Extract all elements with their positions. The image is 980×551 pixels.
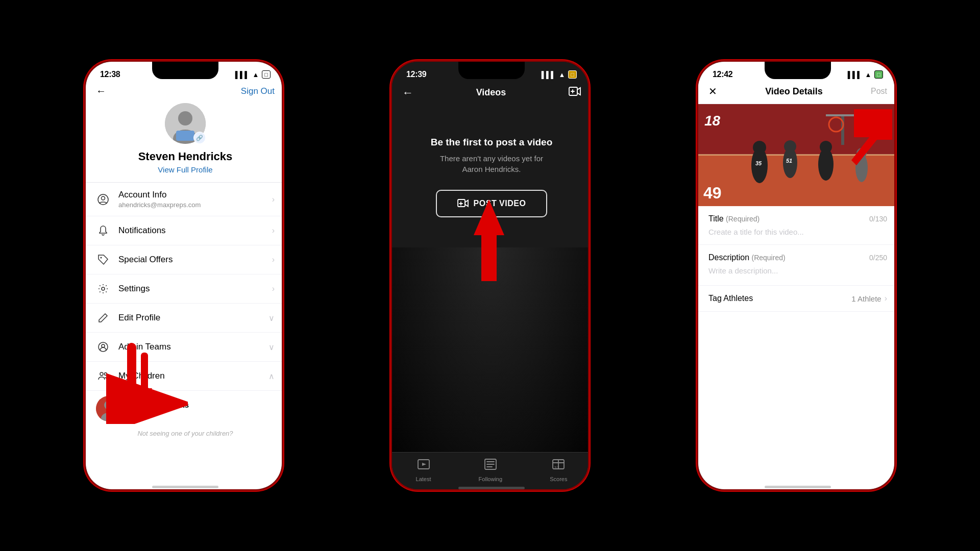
description-label-wrap: Description (Required) <box>708 253 786 262</box>
p2-background-field <box>392 247 590 462</box>
chevron-up-icon: ∧ <box>268 371 275 381</box>
home-indicator-2 <box>458 487 525 489</box>
status-time-1: 12:38 <box>100 70 120 79</box>
chevron-right-icon: › <box>272 284 275 293</box>
person-circle-icon <box>96 192 110 207</box>
p2-nav-latest[interactable]: Latest <box>416 458 431 482</box>
tag-athletes-count: 1 Athlete <box>851 294 881 303</box>
profile-section: 🔗 Steven Hendricks View Full Profile <box>86 103 283 182</box>
p3-nav: ✕ Video Details Post <box>698 81 896 104</box>
scores-label: Scores <box>550 476 567 482</box>
chevron-right-icon: › <box>885 294 887 303</box>
post-video-label: POST VIDEO <box>474 199 526 208</box>
not-seeing-label: Not seeing one of your children? <box>96 425 275 441</box>
wifi-icon: ▲ <box>865 71 871 79</box>
title-label-wrap: Title (Required) <box>708 214 760 223</box>
svg-point-1 <box>178 111 192 126</box>
account-info-text: Account Info ahendricks@maxpreps.com <box>118 190 272 209</box>
chevron-right-icon: › <box>272 255 275 264</box>
p2-nav-scores[interactable]: 3:2 Scores <box>550 458 567 482</box>
view-full-profile-link[interactable]: View Full Profile <box>158 165 212 174</box>
p2-add-video-icon[interactable] <box>569 85 581 100</box>
menu-item-my-children[interactable]: My Children ∧ <box>86 362 283 391</box>
notch-3 <box>765 62 831 79</box>
title-counter: 0/130 <box>869 215 887 223</box>
gear-icon <box>96 282 110 296</box>
title-header: Title (Required) 0/130 <box>708 214 887 223</box>
svg-point-7 <box>102 287 105 290</box>
avatar-wrap: 🔗 <box>165 103 206 144</box>
special-offers-label: Special Offers <box>118 255 272 265</box>
latest-label: Latest <box>416 476 431 482</box>
svg-text:49: 49 <box>703 184 722 202</box>
edit-profile-label: Edit Profile <box>118 313 268 323</box>
phone-2-screen: 12:39 ▌▌▌ ▲ □ ← Videos Be the first to p… <box>392 62 590 491</box>
bell-icon <box>96 223 110 238</box>
tag-athletes-right: 1 Athlete › <box>851 294 887 303</box>
post-button[interactable]: Post <box>871 87 887 96</box>
home-indicator-1 <box>152 486 218 488</box>
avatar-badge[interactable]: 🔗 <box>193 132 206 144</box>
phone-1: 12:38 ▌▌▌ ▲ □ ← Sign Out <box>84 60 283 491</box>
battery-icon: □ <box>874 70 883 79</box>
child-edit-link[interactable]: Edit <box>128 409 189 417</box>
phone-1-screen: 12:38 ▌▌▌ ▲ □ ← Sign Out <box>86 62 283 491</box>
svg-rect-29 <box>826 114 856 116</box>
menu-item-account-info[interactable]: Account Info ahendricks@maxpreps.com › <box>86 183 283 216</box>
menu-item-special-offers[interactable]: Special Offers › <box>86 245 283 274</box>
description-input-placeholder[interactable]: Write a description... <box>708 266 887 275</box>
notifications-label: Notifications <box>118 226 272 236</box>
p2-nav: ← Videos <box>392 81 590 106</box>
p2-nav-following[interactable]: Following <box>479 458 502 482</box>
description-required: (Required) <box>751 254 785 262</box>
post-video-button[interactable]: POST VIDEO <box>436 190 548 217</box>
svg-rect-19 <box>458 199 465 207</box>
p1-header: ← Sign Out <box>86 81 283 103</box>
child-avatar <box>96 396 121 421</box>
menu-item-notifications[interactable]: Notifications › <box>86 216 283 245</box>
svg-point-32 <box>753 141 766 154</box>
p2-empty-title: Be the first to post a video <box>431 137 553 148</box>
account-email: ahendricks@maxpreps.com <box>118 201 272 209</box>
p2-title: Videos <box>476 87 506 98</box>
my-children-content: Aaron Hendricks Edit Not seeing one of y… <box>86 391 283 445</box>
battery-icon: □ <box>262 70 271 79</box>
child-info: Aaron Hendricks Edit <box>128 400 189 417</box>
wifi-icon: ▲ <box>558 71 565 79</box>
chevron-down-icon: ∨ <box>268 342 275 352</box>
close-button[interactable]: ✕ <box>708 85 717 97</box>
svg-text:35: 35 <box>755 160 762 166</box>
tag-athletes-row[interactable]: Tag Athletes 1 Athlete › <box>698 286 896 312</box>
following-icon <box>484 458 497 474</box>
svg-point-36 <box>820 141 832 153</box>
child-item: Aaron Hendricks Edit <box>96 396 275 421</box>
menu-item-admin-teams[interactable]: Admin Teams ∨ <box>86 333 283 362</box>
svg-point-40 <box>856 148 867 158</box>
description-counter: 0/250 <box>869 254 887 262</box>
title-input-placeholder[interactable]: Create a title for this video... <box>708 228 887 236</box>
svg-text:18: 18 <box>704 113 721 129</box>
notch-1 <box>152 62 218 79</box>
menu-item-edit-profile[interactable]: Edit Profile ∨ <box>86 304 283 333</box>
back-button[interactable]: ← <box>96 85 106 97</box>
status-time-2: 12:39 <box>406 70 426 79</box>
svg-rect-3 <box>176 131 194 141</box>
title-section: Title (Required) 0/130 Create a title fo… <box>698 206 896 245</box>
following-label: Following <box>479 476 502 482</box>
svg-point-34 <box>784 140 796 153</box>
notch-2 <box>458 62 525 79</box>
shield-icon <box>96 340 110 354</box>
tag-icon <box>96 253 110 267</box>
description-label: Description <box>708 253 749 262</box>
menu-item-settings[interactable]: Settings › <box>86 274 283 304</box>
sign-out-button[interactable]: Sign Out <box>241 86 275 96</box>
status-icons-3: ▌▌▌ ▲ □ <box>848 70 883 79</box>
title-required: (Required) <box>726 215 760 223</box>
p2-bottom-nav: Latest Following 3:2 Scores <box>392 452 590 491</box>
child-name: Aaron Hendricks <box>128 400 189 409</box>
video-details-title: Video Details <box>765 86 823 97</box>
p2-back-button[interactable]: ← <box>402 86 413 99</box>
home-indicator-3 <box>765 486 831 488</box>
svg-point-6 <box>101 257 102 259</box>
svg-point-5 <box>102 196 105 200</box>
